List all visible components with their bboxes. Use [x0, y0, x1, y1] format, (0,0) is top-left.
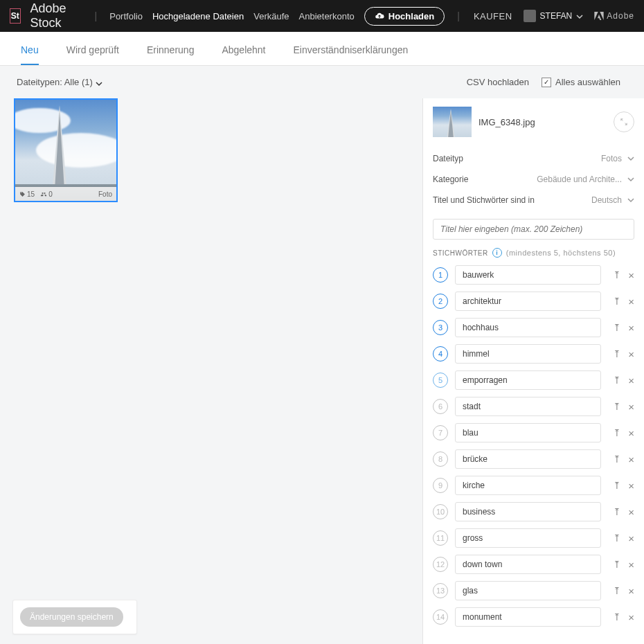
keyword-row: 4⤒× — [433, 341, 634, 367]
keyword-rank: 10 — [433, 504, 448, 519]
keyword-actions: ⤒× — [608, 480, 634, 492]
move-top-icon[interactable]: ⤒ — [613, 401, 621, 413]
keyword-input[interactable] — [455, 265, 601, 285]
nav-portfolio[interactable]: Portfolio — [109, 11, 143, 21]
keyword-rank: 7 — [433, 425, 448, 440]
move-top-icon[interactable]: ⤒ — [613, 506, 621, 518]
keywords-list: 1⤒×2⤒×3⤒×4⤒×5⤒×6⤒×7⤒×8⤒×9⤒×10⤒×11⤒×12⤒×1… — [423, 262, 644, 644]
thumbnail-meta-bar: 15 0 Foto — [15, 187, 116, 201]
keyword-input[interactable] — [455, 292, 601, 311]
checkbox-icon: ✓ — [542, 78, 551, 87]
upload-button[interactable]: Hochladen — [364, 7, 445, 26]
keyword-rank: 9 — [433, 478, 448, 493]
keyword-actions: ⤒× — [608, 506, 634, 518]
move-top-icon[interactable]: ⤒ — [613, 348, 621, 360]
remove-icon[interactable]: × — [628, 506, 634, 518]
remove-icon[interactable]: × — [628, 611, 634, 623]
select-all-toggle[interactable]: ✓ Alles auswählen — [542, 77, 620, 87]
save-changes-button[interactable]: Änderungen speichern — [20, 607, 123, 627]
nav-contributor-account[interactable]: Anbieterkonto — [299, 11, 355, 21]
move-top-icon[interactable]: ⤒ — [613, 269, 621, 281]
move-top-icon[interactable]: ⤒ — [613, 322, 621, 334]
title-input[interactable] — [433, 219, 634, 240]
save-bar: Änderungen speichern — [12, 600, 137, 634]
keyword-row: 13⤒× — [433, 578, 634, 604]
keywords-hint: (mindestens 5, höchstens 50) — [506, 249, 616, 257]
move-top-icon[interactable]: ⤒ — [613, 559, 621, 571]
tab-reminder[interactable]: Erinnerung — [147, 44, 195, 65]
keyword-actions: ⤒× — [608, 348, 634, 360]
keyword-input[interactable] — [455, 318, 601, 337]
move-top-icon[interactable]: ⤒ — [613, 427, 621, 439]
keyword-input[interactable] — [455, 528, 601, 548]
keyword-input[interactable] — [455, 581, 601, 600]
meta-language-row[interactable]: Titel und Stichwörter sind in Deutsch — [433, 190, 634, 211]
remove-icon[interactable]: × — [628, 585, 634, 597]
keywords-label: STICHWÖRTER — [433, 249, 488, 257]
keyword-input[interactable] — [455, 370, 601, 390]
nav-sales[interactable]: Verkäufe — [253, 11, 289, 21]
remove-icon[interactable]: × — [628, 559, 634, 571]
remove-icon[interactable]: × — [628, 401, 634, 413]
keyword-row: 5⤒× — [433, 367, 634, 393]
keyword-input[interactable] — [455, 607, 601, 627]
move-top-icon[interactable]: ⤒ — [613, 611, 621, 623]
cloud-upload-icon — [375, 11, 384, 21]
keyword-input[interactable] — [455, 397, 601, 416]
tab-rejected[interactable]: Abgelehnt — [222, 44, 265, 65]
user-menu[interactable]: STEFAN — [524, 10, 584, 22]
select-all-label: Alles auswählen — [555, 77, 620, 87]
keyword-row: 12⤒× — [433, 551, 634, 578]
move-top-icon[interactable]: ⤒ — [613, 480, 621, 492]
people-icon — [40, 191, 47, 197]
meta-filetype-row[interactable]: Dateityp Fotos — [433, 148, 634, 169]
filetypes-filter[interactable]: Dateitypen: Alle (1) — [17, 77, 102, 87]
nav-uploaded-files[interactable]: Hochgeladene Dateien — [152, 11, 244, 21]
avatar-icon — [524, 10, 536, 22]
people-count: 0 — [40, 190, 53, 198]
keyword-input[interactable] — [455, 502, 601, 521]
expand-button[interactable] — [614, 111, 634, 132]
move-top-icon[interactable]: ⤒ — [613, 533, 621, 544]
move-top-icon[interactable]: ⤒ — [613, 454, 621, 465]
keyword-input[interactable] — [455, 344, 601, 364]
remove-icon[interactable]: × — [628, 296, 634, 307]
remove-icon[interactable]: × — [628, 533, 634, 544]
move-top-icon[interactable]: ⤒ — [613, 375, 621, 386]
info-icon[interactable]: i — [492, 248, 502, 258]
tab-consent[interactable]: Einverständniserklärungen — [294, 44, 409, 65]
thumbnail-image — [15, 100, 116, 201]
meta-filetype-value: Fotos — [601, 154, 622, 163]
remove-icon[interactable]: × — [628, 427, 634, 439]
meta-category-row[interactable]: Kategorie Gebäude und Archite... — [433, 169, 634, 190]
nav-buy[interactable]: KAUFEN — [474, 11, 512, 21]
keyword-actions: ⤒× — [608, 533, 634, 544]
keyword-rank: 2 — [433, 294, 448, 309]
keyword-input[interactable] — [455, 555, 601, 574]
chevron-down-icon — [627, 155, 634, 162]
keyword-rank: 3 — [433, 320, 448, 335]
keyword-input[interactable] — [455, 476, 601, 495]
remove-icon[interactable]: × — [628, 269, 634, 281]
keyword-input[interactable] — [455, 423, 601, 442]
csv-upload-link[interactable]: CSV hochladen — [467, 77, 529, 87]
move-top-icon[interactable]: ⤒ — [613, 296, 621, 307]
move-top-icon[interactable]: ⤒ — [613, 585, 621, 597]
keyword-input[interactable] — [455, 449, 601, 469]
remove-icon[interactable]: × — [628, 322, 634, 334]
adobe-mark-icon — [594, 12, 604, 20]
chevron-down-icon — [627, 176, 634, 183]
remove-icon[interactable]: × — [628, 454, 634, 465]
remove-icon[interactable]: × — [628, 480, 634, 492]
remove-icon[interactable]: × — [628, 375, 634, 386]
tab-reviewing[interactable]: Wird geprüft — [66, 44, 119, 65]
meta-category-label: Kategorie — [433, 175, 537, 184]
tab-new[interactable]: Neu — [21, 44, 39, 65]
detail-panel: IMG_6348.jpg Dateityp Fotos Kategorie Ge… — [422, 98, 644, 644]
keyword-actions: ⤒× — [608, 611, 634, 623]
divider: | — [92, 10, 100, 21]
keyword-rank: 13 — [433, 583, 448, 598]
file-name: IMG_6348.jpg — [478, 117, 607, 127]
remove-icon[interactable]: × — [628, 348, 634, 360]
asset-thumbnail[interactable]: 15 0 Foto — [14, 98, 118, 202]
